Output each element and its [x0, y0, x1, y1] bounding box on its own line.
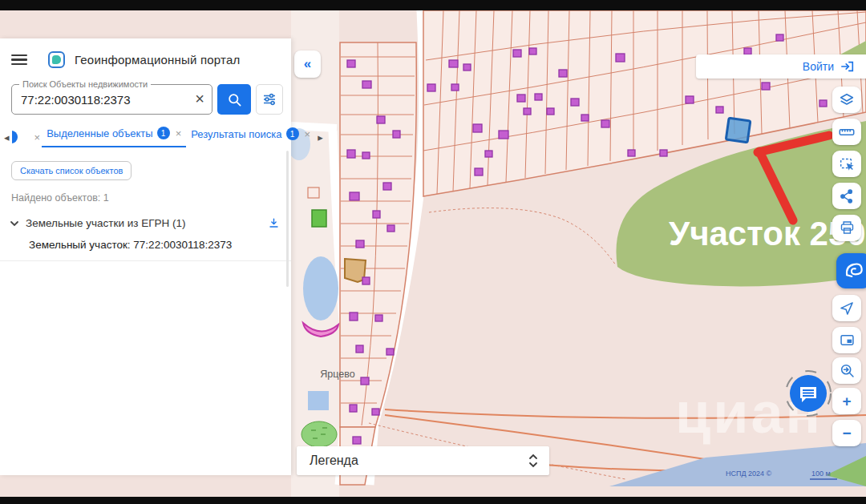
tab-badge: 1	[286, 127, 299, 140]
select-area-icon	[838, 155, 856, 173]
app-logo-icon	[48, 51, 65, 68]
small-parcel	[308, 187, 319, 198]
screen: Ярцево Участок 250 НСПД 2024 © 100 м циа…	[0, 0, 866, 504]
search-area-button[interactable]	[832, 357, 861, 384]
menu-button[interactable]	[11, 54, 27, 66]
chevron-down-icon	[10, 219, 19, 228]
results-count: Найдено объектов: 1	[11, 192, 291, 204]
download-list-button[interactable]: Скачать список объектов	[11, 161, 132, 180]
tab-partial-close[interactable]: ×	[34, 131, 41, 143]
green-square	[312, 210, 326, 227]
map-attribution: НСПД 2024 ©	[726, 470, 772, 478]
tabs-scroll-left[interactable]: ◂	[2, 131, 12, 143]
mini-map-button[interactable]	[832, 327, 861, 353]
tab-partial-badge	[12, 131, 18, 143]
wetland	[301, 421, 337, 447]
search-icon	[227, 92, 242, 107]
sidebar-panel: Геоинформационный портал Поиск Объекты н…	[0, 38, 291, 475]
legend-label: Легенда	[310, 454, 358, 468]
login-button[interactable]: Войти	[696, 54, 866, 79]
layers-icon	[838, 91, 856, 109]
tabs-scroll-right[interactable]: ▸	[315, 131, 326, 143]
filter-button[interactable]	[256, 84, 283, 115]
login-icon	[840, 59, 855, 74]
scale-label: 100 м	[811, 470, 831, 478]
tune-icon	[262, 92, 277, 107]
measure-button[interactable]	[832, 119, 861, 145]
draw-polygon-icon	[843, 260, 865, 282]
pond	[303, 256, 338, 321]
sort-chevrons-icon	[528, 454, 538, 468]
search-field[interactable]: Поиск Объекты недвижимости ×	[11, 84, 212, 115]
download-icon	[268, 217, 280, 229]
login-label: Войти	[803, 60, 834, 73]
results-group-row[interactable]: Земельные участки из ЕГРН (1)	[10, 217, 280, 229]
tab-bar: ◂ × Выделенные объекты 1 × Результаты по…	[2, 124, 289, 150]
tab-label: Результаты поиска	[191, 128, 281, 140]
search-row: Поиск Объекты недвижимости ×	[11, 84, 283, 115]
zoom-out-button[interactable]: −	[832, 420, 861, 446]
select-area-button[interactable]	[832, 151, 861, 177]
village-label: Ярцево	[320, 369, 354, 380]
zoom-in-button[interactable]: +	[832, 388, 861, 414]
search-field-label: Поиск Объекты недвижимости	[19, 79, 151, 89]
clear-search-button[interactable]: ×	[192, 91, 212, 108]
search-area-icon	[839, 362, 856, 379]
share-button[interactable]	[832, 183, 861, 209]
result-item[interactable]: Земельный участок: 77:22:0030118:2373	[0, 236, 291, 261]
share-icon	[839, 188, 855, 204]
highlighted-parcel[interactable]	[726, 118, 750, 142]
panel-header: Геоинформационный портал	[11, 51, 281, 68]
zoom-in-glyph: +	[842, 393, 851, 410]
tab-partial[interactable]	[12, 129, 33, 145]
search-button[interactable]	[217, 84, 251, 115]
legend-toggle[interactable]: Легенда	[297, 446, 549, 475]
tab-badge: 1	[157, 127, 170, 139]
zoom-out-glyph: −	[842, 425, 851, 442]
panel-collapse-button[interactable]: «	[294, 50, 321, 78]
download-group-button[interactable]	[268, 217, 280, 229]
tab-label: Выделенные объекты	[47, 127, 153, 139]
app-title: Геоинформационный портал	[75, 53, 240, 67]
layers-button[interactable]	[832, 87, 861, 113]
print-button[interactable]	[832, 215, 861, 241]
locate-button[interactable]	[832, 295, 861, 321]
tab-close-icon[interactable]: ×	[305, 128, 311, 140]
chat-button[interactable]	[783, 368, 834, 419]
locate-icon	[839, 300, 855, 317]
mini-map-icon	[839, 332, 856, 349]
results-group-label: Земельные участки из ЕГРН (1)	[26, 217, 261, 229]
search-input[interactable]	[12, 93, 192, 107]
tab-selected-objects[interactable]: Выделенные объекты 1 ×	[42, 127, 186, 147]
scrollbar[interactable]	[286, 151, 289, 287]
pond-small	[308, 391, 329, 410]
ruler-icon	[838, 123, 856, 141]
draw-polygon-button-active[interactable]	[836, 253, 866, 288]
print-icon	[839, 220, 856, 236]
tab-close-icon[interactable]: ×	[176, 127, 182, 139]
tab-search-results[interactable]: Результаты поиска 1 ×	[186, 127, 315, 147]
